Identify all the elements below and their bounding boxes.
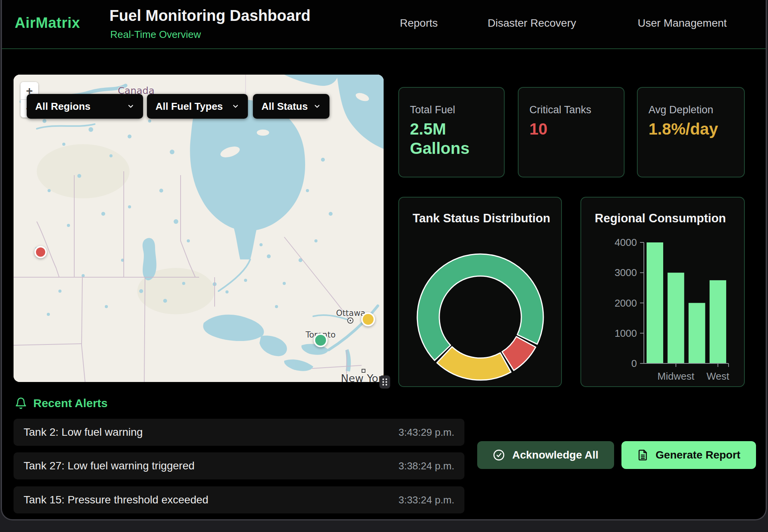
dashboard-root: AirMatrix Fuel Monitoring Dashboard Real… [0,0,768,532]
alerts-title: Recent Alerts [33,397,108,410]
alert-message: Tank 2: Low fuel warning [24,426,143,438]
tank-marker-warning[interactable] [361,312,375,326]
y-tick-label: 2000 [614,297,637,309]
kpi-label: Critical Tanks [529,104,591,116]
filter-value: All Regions [35,101,90,113]
nav-user-management[interactable]: User Management [638,17,727,29]
app-header: AirMatrix Fuel Monitoring Dashboard Real… [1,0,767,49]
kpi-card-avg-depletion: Avg Depletion1.8%/​day [637,87,745,177]
tank-marker-critical[interactable] [34,246,47,258]
regional-consumption-card: Regional Consumption 01000200030004000Mi… [580,197,745,387]
alert-row[interactable]: Tank 2: Low fuel warning3:43:29 p.m. [14,419,464,446]
regions-filter-select[interactable]: All Regions [27,94,143,119]
nav-disaster-recovery[interactable]: Disaster Recovery [488,17,576,29]
donut-segment-warning [437,347,511,380]
map-label-ottawa: Ottawa [336,309,365,318]
bell-icon [15,397,27,410]
grip-dots-icon [381,377,389,387]
alert-row[interactable]: Tank 27: Low fuel warning triggered3:38:… [14,452,464,479]
alert-timestamp: 3:38:24 p.m. [398,460,454,472]
bar-West [710,280,726,363]
page-subtitle: Real-Time Overview [110,29,201,41]
alerts-header: Recent Alerts [15,397,108,410]
alert-message: Tank 27: Low fuel warning triggered [24,460,195,472]
page-title: Fuel Monitoring Dashboard [109,7,311,24]
bar-Midwest [667,273,684,363]
bar-region-1 [647,242,663,363]
kpi-value: 1.8%/​day [649,119,730,139]
filter-value: All Status [261,101,308,113]
generate-report-label: Generate Report [655,449,740,461]
status-filter-select[interactable]: All Status [253,94,329,119]
alert-message: Tank 15: Pressure threshold exceeded [24,494,208,506]
kpi-value: 2.5M Gallons [410,119,491,158]
chevron-down-icon [313,102,321,110]
alert-row[interactable]: Tank 15: Pressure threshold exceeded3:33… [14,486,464,513]
y-tick-label: 3000 [614,267,637,278]
y-tick-label: 1000 [614,327,637,339]
map-resize-handle[interactable] [379,375,390,389]
x-tick-label: West [707,370,730,382]
kpi-label: Total Fuel [410,104,455,116]
brand-logo: AirMatrix [15,15,80,31]
tank-status-donut-chart [399,221,563,388]
x-tick-label: Midwest [657,370,695,382]
kpi-card-critical-tanks: Critical Tanks10 [518,87,625,177]
y-tick-label: 0 [631,358,637,369]
nav-reports[interactable]: Reports [400,17,438,29]
regional-consumption-bar-chart: 01000200030004000MidwestWest [581,198,746,386]
alert-timestamp: 3:33:24 p.m. [398,494,454,506]
chevron-down-icon [232,102,239,110]
generate-report-button[interactable]: Generate Report [621,441,756,469]
chevron-down-icon [127,102,135,110]
tank-status-card: Tank Status Distribution [398,197,562,387]
document-icon [637,449,649,461]
map-panel[interactable]: Canada OttawaTorontoNew York + − All Reg… [14,75,384,382]
map-label-new-york: New York [341,372,384,382]
acknowledge-all-button[interactable]: Acknowledge All [477,441,614,469]
y-tick-label: 4000 [614,237,637,248]
kpi-value: 10 [529,119,611,139]
ottawa-town-icon [348,318,353,323]
kpi-card-total-fuel: Total Fuel2.5M Gallons [398,87,505,177]
tank-marker-normal[interactable] [314,333,328,347]
fuel-types-filter-select[interactable]: All Fuel Types [147,94,248,119]
filter-value: All Fuel Types [155,101,223,113]
acknowledge-all-label: Acknowledge All [512,449,598,461]
alert-timestamp: 3:43:29 p.m. [398,426,454,438]
check-circle-icon [493,449,505,461]
kpi-label: Avg Depletion [649,104,713,116]
bar-region-3 [689,303,705,364]
